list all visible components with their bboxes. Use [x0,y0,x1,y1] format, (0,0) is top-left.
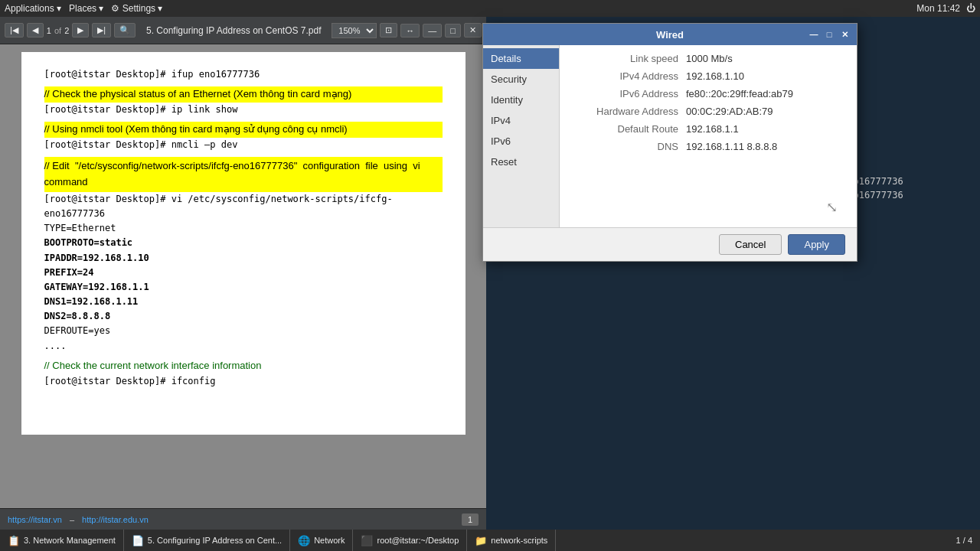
taskbar-label-1: 3. Network Management [24,536,116,545]
pdf-title: 5. Configuring IP Address on CentOS 7.pd… [139,25,328,36]
dns-value: 192.168.1.11 8.8.8.8 [686,141,777,152]
taskbar-label-4: root@itstar:~/Desktop [377,536,459,545]
dialog-controls: — □ ✕ [808,24,851,45]
pdf-page-next[interactable]: ▶ [72,23,89,37]
ipv6-label: IPv6 Address [571,88,678,99]
pdf-minimize[interactable]: — [423,24,442,37]
pdf-toolbar: |◀ ◀ 1 of 2 ▶ ▶| 🔍 5. Configuring IP Add… [0,17,486,44]
link-speed-value: 1000 Mb/s [686,53,733,64]
taskbar-item-terminal[interactable]: ⬛ root@itstar:~/Desktop [353,530,467,551]
taskbar-icon-3: 🌐 [298,535,310,546]
cancel-button[interactable]: Cancel [719,234,782,255]
pdf-page-sep: of [54,26,61,35]
pdf-page-last[interactable]: ▶| [92,23,111,37]
settings-menu[interactable]: ⚙ Settings ▾ [111,3,162,14]
power-icon[interactable]: ⏻ [966,3,975,14]
pdf-page-total: 2 [64,26,69,35]
ipv6-value: fe80::20c:29ff:fead:ab79 [686,88,793,99]
default-route-value: 192.168.1.1 [686,123,739,135]
pdf-fit-width[interactable]: ↔ [400,24,420,37]
taskbar-item-network[interactable]: 🌐 Network [290,530,353,551]
nav-details[interactable]: Details [483,48,559,69]
taskbar: 📋 3. Network Management 📄 5. Configuring… [0,530,980,551]
top-bar-left: Applications ▾ Places ▾ ⚙ Settings ▾ [5,3,162,14]
nav-ipv4[interactable]: IPv4 [483,110,559,131]
pdf-maximize[interactable]: □ [445,24,461,37]
apply-button[interactable]: Apply [788,234,845,255]
taskbar-item-pdf[interactable]: 📄 5. Configuring IP Address on Cent... [124,530,290,551]
pdf-content[interactable]: [root@itstar Desktop]# ifup eno16777736 … [0,44,486,508]
dialog-footer: Cancel Apply [483,227,857,261]
pdf-close[interactable]: ✕ [464,23,482,37]
taskbar-label-2: 5. Configuring IP Address on Cent... [148,536,282,545]
zoom-select[interactable]: 150% 100% 75% [332,23,377,38]
taskbar-item-network-mgmt[interactable]: 📋 3. Network Management [0,530,124,551]
dns-label: DNS [571,141,678,152]
pdf-page-prev[interactable]: ◀ [27,23,44,37]
nav-ipv6[interactable]: IPv6 [483,131,559,152]
taskbar-page-indicator: 1 / 4 [949,530,980,551]
link-speed-label: Link speed [571,53,678,64]
ipv4-row: IPv4 Address 192.168.1.10 [571,70,845,82]
dialog-sidebar: Details Security Identity IPv4 IPv6 Rese… [483,45,560,227]
taskbar-label-5: network-scripts [491,536,547,545]
taskbar-item-scripts[interactable]: 📁 network-scripts [467,530,556,551]
nav-identity[interactable]: Identity [483,90,559,110]
applications-menu[interactable]: Applications ▾ [5,3,61,14]
places-menu[interactable]: Places ▾ [69,3,103,14]
pdf-fit-page[interactable]: ⊡ [380,23,397,37]
pdf-footer: https://itstar.vn – http://itstar.edu.vn… [0,508,486,530]
taskbar-icon-2: 📄 [132,535,144,546]
expand-icon[interactable]: ⤡ [826,199,838,216]
clock: Mon 11:42 [916,3,960,14]
top-bar-right: Mon 11:42 ⏻ [916,3,975,14]
hw-row: Hardware Address 00:0C:29:AD:AB:79 [571,106,845,117]
footer-link2[interactable]: http://itstar.edu.vn [82,515,149,524]
hw-label: Hardware Address [571,106,678,117]
top-menu-bar: Applications ▾ Places ▾ ⚙ Settings ▾ Mon… [0,0,980,17]
dialog-maximize-btn[interactable]: □ [823,28,835,41]
pdf-page-current: 1 [47,26,51,35]
taskbar-icon-5: 📁 [475,535,487,546]
network-dialog: Wired — □ ✕ Details Security Identity IP… [482,23,858,262]
dialog-minimize-btn[interactable]: — [808,28,820,41]
nav-security[interactable]: Security [483,69,559,90]
footer-page-num: 1 [462,514,479,526]
pdf-page: [root@itstar Desktop]# ifup eno16777736 … [21,52,466,435]
dialog-title: Wired [656,29,684,41]
dns-row: DNS 192.168.1.11 8.8.8.8 [571,141,845,152]
nav-reset[interactable]: Reset [483,152,559,172]
ipv4-label: IPv4 Address [571,70,678,82]
footer-link1[interactable]: https://itstar.vn [8,515,62,524]
hw-value: 00:0C:29:AD:AB:79 [686,106,773,117]
ipv6-row: IPv6 Address fe80::20c:29ff:fead:ab79 [571,88,845,99]
pdf-window: |◀ ◀ 1 of 2 ▶ ▶| 🔍 5. Configuring IP Add… [0,17,486,530]
dialog-close-btn[interactable]: ✕ [838,28,851,41]
dialog-body: Details Security Identity IPv4 IPv6 Rese… [483,45,857,227]
taskbar-label-3: Network [314,536,345,545]
dialog-main: Link speed 1000 Mb/s IPv4 Address 192.16… [560,45,857,227]
taskbar-icon-4: ⬛ [361,535,373,546]
pdf-search[interactable]: 🔍 [114,23,136,37]
default-route-row: Default Route 192.168.1.1 [571,123,845,135]
taskbar-icon-1: 📋 [8,535,20,546]
footer-sep: – [70,515,74,524]
dialog-title-bar: Wired — □ ✕ [483,24,857,45]
ipv4-value: 192.168.1.10 [686,70,744,82]
link-speed-row: Link speed 1000 Mb/s [571,53,845,64]
default-route-label: Default Route [571,123,678,135]
pdf-page-first[interactable]: |◀ [5,23,24,37]
page-indicator-text: 1 / 4 [956,536,972,545]
